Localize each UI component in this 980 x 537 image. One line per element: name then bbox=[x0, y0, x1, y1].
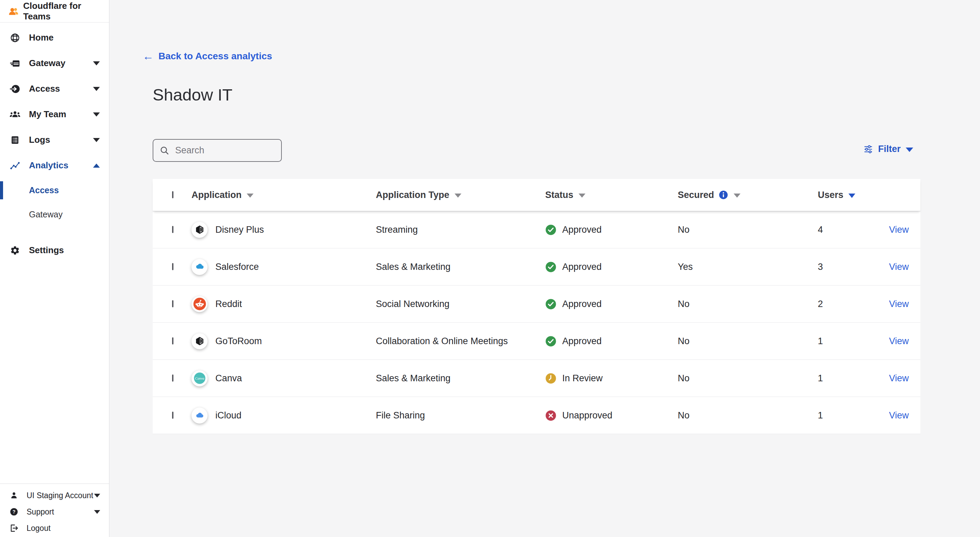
sidebar-item-label: Settings bbox=[29, 245, 64, 256]
secured-value: No bbox=[678, 224, 818, 235]
info-icon[interactable] bbox=[718, 190, 729, 200]
support-menu[interactable]: ? Support bbox=[0, 504, 109, 520]
table-row: GoToRoom Collaboration & Online Meetings… bbox=[153, 323, 920, 360]
search-input[interactable] bbox=[175, 145, 276, 156]
view-link[interactable]: View bbox=[889, 336, 909, 346]
column-header-application[interactable]: Application bbox=[191, 190, 376, 200]
logout-label: Logout bbox=[27, 524, 51, 533]
sort-triangle-active-icon bbox=[848, 194, 855, 198]
account-menu[interactable]: UI Staging Account bbox=[0, 487, 109, 504]
analytics-icon bbox=[10, 160, 21, 171]
select-all-checkbox[interactable] bbox=[172, 191, 173, 198]
row-checkbox[interactable] bbox=[172, 226, 173, 233]
sidebar-item-my-team[interactable]: My Team bbox=[0, 102, 109, 127]
cloudflare-teams-logo-icon bbox=[8, 6, 19, 17]
person-icon bbox=[10, 491, 18, 500]
sort-triangle-icon bbox=[247, 194, 253, 198]
sidebar-subitem-label: Access bbox=[29, 185, 59, 195]
logs-icon bbox=[10, 135, 21, 146]
sidebar-item-logs[interactable]: Logs bbox=[0, 127, 109, 153]
row-checkbox[interactable] bbox=[172, 300, 173, 307]
row-checkbox[interactable] bbox=[172, 337, 173, 345]
chevron-down-icon bbox=[93, 61, 100, 65]
view-link[interactable]: View bbox=[889, 410, 909, 421]
sidebar-item-access[interactable]: Access bbox=[0, 76, 109, 102]
search-icon bbox=[159, 146, 170, 156]
logout-button[interactable]: Logout bbox=[0, 520, 109, 536]
row-checkbox[interactable] bbox=[172, 263, 173, 270]
main-content: ← Back to Access analytics Shadow IT Fil… bbox=[110, 0, 980, 537]
status-badge: Unapproved bbox=[545, 410, 678, 421]
approved-check-icon bbox=[545, 261, 557, 273]
cube-app-icon bbox=[191, 333, 207, 349]
page-title: Shadow IT bbox=[153, 85, 232, 104]
view-link[interactable]: View bbox=[889, 224, 909, 235]
status-badge: Approved bbox=[545, 335, 678, 347]
sidebar: Cloudflare for Teams Home bbox=[0, 0, 110, 537]
chevron-down-icon bbox=[93, 138, 100, 142]
column-header-users[interactable]: Users bbox=[818, 190, 869, 200]
app-type: Social Networking bbox=[376, 299, 545, 310]
status-badge: Approved bbox=[545, 299, 678, 310]
applications-table: Application Application Type Status Secu… bbox=[153, 179, 920, 434]
chevron-down-icon bbox=[93, 113, 100, 116]
sidebar-item-label: Access bbox=[29, 84, 60, 94]
unapproved-x-icon bbox=[545, 410, 557, 421]
team-icon bbox=[10, 109, 21, 120]
view-link[interactable]: View bbox=[889, 373, 909, 384]
sidebar-item-gateway[interactable]: Gateway bbox=[0, 51, 109, 76]
table-row: Disney Plus Streaming Approved No 4 View bbox=[153, 211, 920, 248]
globe-icon bbox=[10, 32, 21, 43]
sidebar-item-settings[interactable]: Settings bbox=[0, 237, 109, 263]
svg-text:Canva: Canva bbox=[195, 377, 204, 380]
sidebar-subitem-analytics-access[interactable]: Access bbox=[0, 178, 109, 202]
table-header-row: Application Application Type Status Secu… bbox=[153, 179, 920, 211]
app-type: Sales & Marketing bbox=[376, 262, 545, 272]
svg-text:?: ? bbox=[13, 509, 16, 515]
approved-check-icon bbox=[545, 224, 557, 235]
sidebar-subitem-analytics-gateway[interactable]: Gateway bbox=[0, 202, 109, 227]
sidebar-item-label: Analytics bbox=[29, 160, 68, 171]
approved-check-icon bbox=[545, 335, 557, 347]
users-count: 1 bbox=[818, 336, 869, 346]
filter-button[interactable]: Filter bbox=[864, 144, 913, 154]
row-checkbox[interactable] bbox=[172, 411, 173, 419]
chevron-up-icon bbox=[93, 164, 100, 168]
gear-icon bbox=[10, 245, 21, 256]
row-checkbox[interactable] bbox=[172, 375, 173, 381]
sidebar-item-label: Home bbox=[29, 32, 54, 43]
status-badge: In Review bbox=[545, 373, 678, 384]
table-row: Salesforce Sales & Marketing Approved Ye… bbox=[153, 248, 920, 286]
column-header-application-type[interactable]: Application Type bbox=[376, 190, 545, 200]
users-count: 1 bbox=[818, 373, 869, 384]
users-count: 2 bbox=[818, 299, 869, 310]
sort-triangle-icon bbox=[733, 194, 740, 198]
back-link-label: Back to Access analytics bbox=[158, 51, 272, 62]
filter-sliders-icon bbox=[864, 145, 873, 154]
back-to-access-analytics-link[interactable]: ← Back to Access analytics bbox=[142, 51, 272, 62]
canva-icon: Canva bbox=[191, 370, 207, 386]
access-icon bbox=[10, 84, 21, 94]
sidebar-item-analytics[interactable]: Analytics bbox=[0, 153, 109, 178]
table-row: iCloud File Sharing Unapproved No 1 View bbox=[153, 397, 920, 434]
sidebar-item-home[interactable]: Home bbox=[0, 25, 109, 51]
sort-triangle-icon bbox=[579, 194, 585, 198]
logout-icon bbox=[10, 524, 18, 532]
status-badge: Approved bbox=[545, 261, 678, 273]
view-link[interactable]: View bbox=[889, 262, 909, 272]
account-label: UI Staging Account bbox=[27, 491, 93, 500]
salesforce-cloud-icon bbox=[191, 259, 207, 275]
secured-value: No bbox=[678, 373, 818, 384]
column-header-status[interactable]: Status bbox=[545, 190, 678, 200]
sidebar-item-label: Gateway bbox=[29, 58, 65, 68]
column-header-secured[interactable]: Secured bbox=[678, 190, 818, 200]
app-name: Salesforce bbox=[215, 262, 259, 272]
view-link[interactable]: View bbox=[889, 299, 909, 310]
sidebar-item-label: Logs bbox=[29, 135, 50, 145]
secured-value: No bbox=[678, 336, 818, 346]
approved-check-icon bbox=[545, 299, 557, 310]
secured-value: Yes bbox=[678, 262, 818, 272]
secured-value: No bbox=[678, 410, 818, 421]
table-row: Reddit Social Networking Approved No 2 V… bbox=[153, 286, 920, 323]
app-name: Reddit bbox=[215, 299, 242, 310]
